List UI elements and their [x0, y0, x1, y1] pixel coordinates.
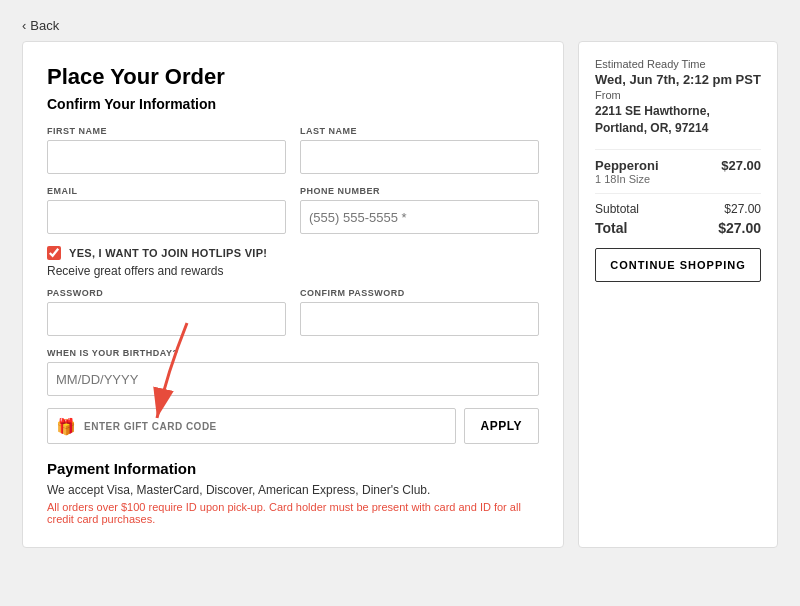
continue-shopping-button[interactable]: CONTINUE SHOPPING — [595, 248, 761, 282]
birthday-label: WHEN IS YOUR BIRTHDAY? — [47, 348, 539, 358]
back-label: Back — [30, 18, 59, 33]
subtotal-label: Subtotal — [595, 202, 639, 216]
password-row: PASSWORD CONFIRM PASSWORD — [47, 288, 539, 336]
last-name-label: LAST NAME — [300, 126, 539, 136]
birthday-group: WHEN IS YOUR BIRTHDAY? — [47, 348, 539, 396]
order-item-desc: 1 18In Size — [595, 173, 659, 185]
order-item-price: $27.00 — [721, 158, 761, 173]
order-item-name: Pepperoni — [595, 158, 659, 173]
email-group: EMAIL — [47, 186, 286, 234]
first-name-input[interactable] — [47, 140, 286, 174]
gift-icon: 🎁 — [48, 417, 84, 436]
payment-section-title: Payment Information — [47, 460, 539, 477]
total-value: $27.00 — [718, 220, 761, 236]
gift-card-input-wrapper: 🎁 — [47, 408, 456, 444]
confirm-password-group: CONFIRM PASSWORD — [300, 288, 539, 336]
password-group: PASSWORD — [47, 288, 286, 336]
email-phone-row: EMAIL PHONE NUMBER — [47, 186, 539, 234]
estimated-ready-time: Wed, Jun 7th, 2:12 pm PST — [595, 72, 761, 87]
phone-input[interactable] — [300, 200, 539, 234]
confirm-password-label: CONFIRM PASSWORD — [300, 288, 539, 298]
gift-card-input[interactable] — [84, 421, 455, 432]
page-title: Place Your Order — [47, 64, 539, 90]
password-label: PASSWORD — [47, 288, 286, 298]
back-link[interactable]: ‹ Back — [10, 10, 790, 41]
order-divider — [595, 149, 761, 150]
last-name-input[interactable] — [300, 140, 539, 174]
first-name-label: FIRST NAME — [47, 126, 286, 136]
from-label: From — [595, 89, 761, 101]
order-summary-panel: Estimated Ready Time Wed, Jun 7th, 2:12 … — [578, 41, 778, 548]
gift-card-row: 🎁 APPLY — [47, 408, 539, 444]
phone-label: PHONE NUMBER — [300, 186, 539, 196]
order-divider-2 — [595, 193, 761, 194]
total-label: Total — [595, 220, 627, 236]
email-label: EMAIL — [47, 186, 286, 196]
order-item-info: Pepperoni 1 18In Size — [595, 158, 659, 185]
payment-desc: We accept Visa, MasterCard, Discover, Am… — [47, 483, 539, 497]
from-address: 2211 SE Hawthorne, Portland, OR, 97214 — [595, 103, 761, 137]
last-name-group: LAST NAME — [300, 126, 539, 174]
vip-checkbox-row: YES, I WANT TO JOIN HOTLIPS VIP! — [47, 246, 539, 260]
email-input[interactable] — [47, 200, 286, 234]
vip-label: YES, I WANT TO JOIN HOTLIPS VIP! — [69, 247, 267, 259]
name-row: FIRST NAME LAST NAME — [47, 126, 539, 174]
birthday-input[interactable] — [47, 362, 539, 396]
rewards-text: Receive great offers and rewards — [47, 264, 539, 278]
order-form-panel: Place Your Order Confirm Your Informatio… — [22, 41, 564, 548]
confirm-section-title: Confirm Your Information — [47, 96, 539, 112]
back-chevron-icon: ‹ — [22, 18, 26, 33]
estimated-ready-label: Estimated Ready Time — [595, 58, 761, 70]
apply-button[interactable]: APPLY — [464, 408, 539, 444]
subtotal-row: Subtotal $27.00 — [595, 202, 761, 216]
payment-warning: All orders over $100 require ID upon pic… — [47, 501, 539, 525]
vip-checkbox[interactable] — [47, 246, 61, 260]
confirm-password-input[interactable] — [300, 302, 539, 336]
order-item-row: Pepperoni 1 18In Size $27.00 — [595, 158, 761, 185]
subtotal-value: $27.00 — [724, 202, 761, 216]
total-row: Total $27.00 — [595, 220, 761, 236]
password-input[interactable] — [47, 302, 286, 336]
phone-group: PHONE NUMBER — [300, 186, 539, 234]
first-name-group: FIRST NAME — [47, 126, 286, 174]
